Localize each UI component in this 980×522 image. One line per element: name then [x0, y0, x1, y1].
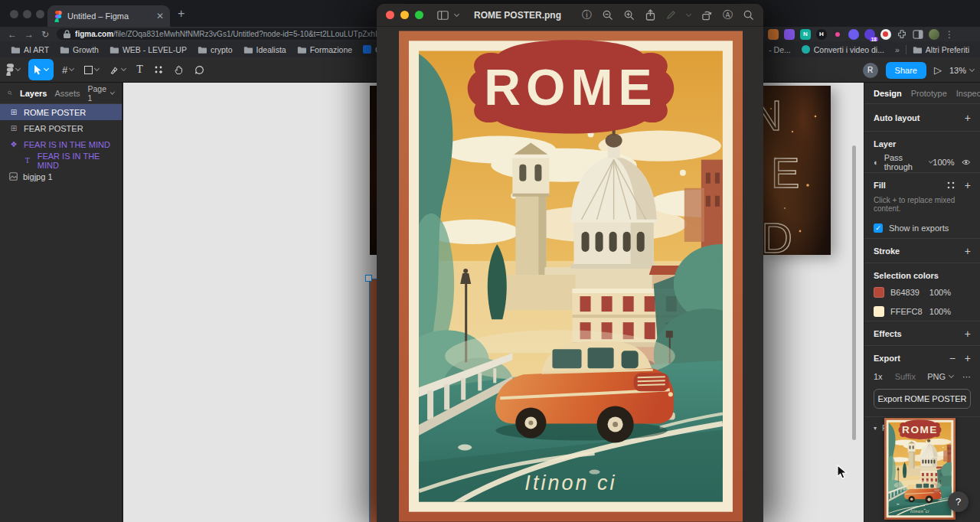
zoom-in-icon[interactable]	[624, 10, 635, 21]
page-selector[interactable]: Page 1	[87, 84, 114, 103]
color-opacity[interactable]: 100%	[929, 288, 951, 297]
export-scale-value[interactable]: 1x	[874, 372, 883, 381]
mouse-cursor	[837, 465, 850, 479]
extension-icon-teal[interactable]: N	[800, 29, 811, 40]
tab-layers[interactable]: Layers	[20, 89, 47, 98]
browser-tab[interactable]: Untitled – Figma ✕	[47, 5, 170, 27]
preview-window-titlebar[interactable]: ROME POSTER.png ⓘ Ⓐ	[377, 4, 763, 27]
zoom-menu[interactable]: 13%	[949, 66, 974, 75]
color-hex[interactable]: B64839	[890, 288, 920, 297]
extension-icon-purple-circle[interactable]	[848, 29, 859, 40]
tab-close-icon[interactable]: ✕	[156, 11, 164, 21]
canvas-scrollbar[interactable]	[852, 145, 856, 440]
color-hex[interactable]: FFEFC8	[890, 307, 923, 316]
bookmark-growth[interactable]: Growth	[60, 45, 99, 54]
pen-tool-button[interactable]	[104, 57, 131, 83]
close-traffic-light[interactable]	[386, 11, 394, 19]
resources-tool-button[interactable]	[149, 57, 168, 83]
color-swatch[interactable]	[874, 306, 884, 317]
zoom-traffic-light[interactable]	[415, 11, 423, 19]
extension-icon-violet[interactable]	[784, 29, 795, 40]
help-button[interactable]: ?	[948, 491, 969, 512]
reload-icon[interactable]: ↻	[41, 29, 49, 40]
export-preview-thumbnail	[884, 418, 956, 520]
sidebar-chevron-icon[interactable]	[454, 11, 459, 16]
export-add-icon[interactable]: +	[965, 352, 971, 364]
new-tab-button[interactable]: +	[178, 7, 185, 21]
show-in-exports-row: ✓ Show in exports	[864, 217, 980, 239]
fill-add-icon[interactable]: +	[965, 179, 971, 191]
effects-add-icon[interactable]: +	[965, 328, 971, 340]
bookmark-ai-art[interactable]: AI ART	[11, 45, 49, 54]
color-opacity[interactable]: 100%	[929, 307, 951, 316]
bookmark-idealista[interactable]: Idealista	[243, 45, 286, 54]
selection-handle[interactable]	[365, 275, 372, 282]
layer-row-fear-component[interactable]: ❖ FEAR IS IN THE MIND	[0, 136, 122, 152]
info-icon[interactable]: ⓘ	[582, 8, 592, 22]
present-icon[interactable]: ▷	[934, 64, 942, 76]
bookmark-web-level-up[interactable]: WEB - LEVEL-UP	[109, 45, 187, 54]
minimize-traffic-light[interactable]	[400, 11, 409, 19]
search-icon[interactable]	[743, 10, 754, 21]
extension-icon-key[interactable]	[832, 29, 843, 40]
selection-color-row[interactable]: FFEFC8 100%	[864, 302, 980, 321]
move-tool-button[interactable]	[28, 59, 54, 80]
sidebar-toggle-icon[interactable]	[437, 11, 449, 20]
tab-prototype[interactable]: Prototype	[911, 89, 947, 98]
bookmark-altri-preferiti[interactable]: Altri Preferiti	[913, 45, 969, 54]
bookmark-crypto[interactable]: crypto	[198, 45, 233, 54]
shape-tool-button[interactable]	[79, 57, 104, 83]
extension-icon-h[interactable]: H	[816, 29, 827, 40]
browser-menu-icon[interactable]: ⋮	[945, 29, 954, 40]
main-menu-button[interactable]	[0, 57, 25, 83]
export-button[interactable]: Export ROME POSTER	[874, 389, 971, 409]
auto-layout-add-icon[interactable]: +	[965, 112, 971, 124]
side-panel-icon[interactable]	[913, 30, 923, 39]
fear-poster-fragment[interactable]: N E ID	[762, 86, 831, 255]
export-remove-icon[interactable]: −	[949, 352, 956, 364]
bookmark-partial[interactable]: - De...	[769, 45, 791, 54]
layer-row-bigjpg[interactable]: bigjpg 1	[0, 168, 122, 184]
window-minimize-button[interactable]	[23, 10, 31, 18]
hand-tool-button[interactable]	[168, 57, 189, 83]
visibility-eye-icon[interactable]	[962, 158, 971, 166]
window-zoom-button[interactable]	[36, 10, 44, 18]
extension-icon-red-dot[interactable]	[880, 29, 891, 40]
layer-row-fear-poster[interactable]: ⊞ FEAR POSTER	[0, 120, 122, 136]
share-icon[interactable]	[645, 9, 655, 21]
highlight-icon[interactable]: Ⓐ	[723, 8, 733, 22]
search-icon[interactable]	[8, 89, 12, 97]
extension-icon-badged[interactable]: 18	[864, 29, 875, 40]
tab-assets[interactable]: Assets	[54, 89, 80, 98]
user-avatar[interactable]: R	[863, 63, 878, 78]
comment-tool-button[interactable]	[189, 57, 210, 83]
stroke-add-icon[interactable]: +	[965, 245, 971, 257]
export-format-select[interactable]: PNG	[927, 372, 946, 381]
text-tool-button[interactable]: T	[131, 57, 149, 83]
window-close-button[interactable]	[10, 10, 18, 18]
layer-row-fear-text[interactable]: T FEAR IS IN THE MIND	[0, 152, 122, 168]
tab-inspect[interactable]: Inspect	[956, 89, 980, 98]
export-options-icon[interactable]: ⋯	[962, 372, 971, 382]
layer-opacity-value[interactable]: 100%	[933, 158, 954, 167]
share-button[interactable]: Share	[886, 62, 926, 79]
profile-avatar[interactable]	[929, 29, 939, 40]
layer-row-rome-poster[interactable]: ⊞ ROME POSTER	[0, 104, 122, 120]
extensions-puzzle-icon[interactable]	[897, 29, 907, 40]
styles-icon[interactable]	[946, 181, 956, 190]
tab-design[interactable]: Design	[874, 89, 902, 98]
export-suffix-input[interactable]: Suffix	[895, 372, 916, 381]
extension-icon-orange[interactable]	[768, 29, 779, 40]
bookmarks-overflow-chevron[interactable]: »	[895, 45, 900, 54]
show-in-exports-checkbox[interactable]: ✓	[874, 223, 883, 233]
back-icon[interactable]: ←	[8, 29, 17, 40]
bookmark-formazione[interactable]: Formazione	[297, 45, 352, 54]
selection-color-row[interactable]: B64839 100%	[864, 283, 980, 302]
frame-tool-button[interactable]: #	[57, 57, 79, 83]
zoom-out-icon[interactable]	[603, 10, 613, 21]
blend-mode-value[interactable]: Pass through	[884, 153, 925, 171]
rotate-icon[interactable]	[701, 10, 712, 21]
color-swatch[interactable]	[874, 287, 884, 298]
forward-icon[interactable]: →	[24, 29, 34, 40]
bookmark-converti[interactable]: Converti i video di...	[802, 45, 884, 54]
